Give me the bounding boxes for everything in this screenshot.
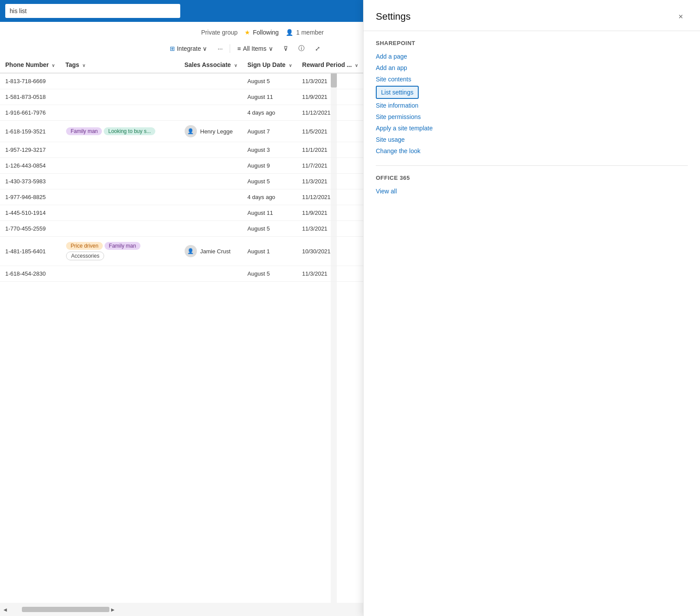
cell-signup-date: August 1 xyxy=(242,237,297,266)
horizontal-scrollbar-thumb[interactable] xyxy=(22,607,109,612)
cell-phone: 1-977-946-8825 xyxy=(0,189,60,205)
cell-phone: 1-581-873-0518 xyxy=(0,89,60,105)
cell-tags: Family manLooking to buy s... xyxy=(60,121,179,142)
cell-signup-date: 4 days ago xyxy=(242,105,297,121)
cell-signup-date: August 5 xyxy=(242,221,297,237)
cell-tags xyxy=(60,174,179,189)
col-sales-associate[interactable]: Sales Associate ∨ xyxy=(179,57,242,73)
search-input[interactable] xyxy=(5,4,180,18)
horizontal-scrollbar[interactable]: ◀ ▶ xyxy=(0,603,363,616)
table-row[interactable]: 1-977-946-88254 days ago11/12/2021 xyxy=(0,189,363,205)
person-icon: 👤 xyxy=(286,29,293,36)
cell-reward-period: 11/3/2021 xyxy=(297,174,363,189)
settings-panel: Settings × SharePoint Add a pageAdd an a… xyxy=(363,0,700,616)
more-options-button[interactable]: ··· xyxy=(214,43,226,54)
cell-tags xyxy=(60,142,179,158)
scroll-right-icon[interactable]: ▶ xyxy=(109,607,116,612)
cell-associate xyxy=(179,142,242,158)
table-row[interactable]: 1-618-454-2830August 511/3/2021 xyxy=(0,266,363,282)
cell-tags xyxy=(60,221,179,237)
cell-reward-period: 11/3/2021 xyxy=(297,221,363,237)
cell-signup-date: August 11 xyxy=(242,205,297,221)
cell-phone: 1-916-661-7976 xyxy=(0,105,60,121)
sort-icon-associate: ∨ xyxy=(234,63,237,68)
cell-associate xyxy=(179,266,242,282)
settings-link-add-a-page[interactable]: Add a page xyxy=(376,51,688,62)
cell-phone: 1-957-129-3217 xyxy=(0,142,60,158)
settings-link-site-contents[interactable]: Site contents xyxy=(376,74,688,85)
table-row[interactable]: 1-581-873-0518August 1111/9/2021 xyxy=(0,89,363,105)
sort-icon-signup: ∨ xyxy=(289,63,292,68)
settings-header: Settings × xyxy=(364,0,700,31)
table-row[interactable]: 1-481-185-6401Price drivenFamily manAcce… xyxy=(0,237,363,266)
data-table: Phone Number ∨ Tags ∨ Sales Associate ∨ … xyxy=(0,57,363,282)
cell-signup-date: August 3 xyxy=(242,142,297,158)
table-row[interactable]: 1-813-718-6669August 511/3/2021 xyxy=(0,73,363,89)
cell-tags: Price drivenFamily manAccessories xyxy=(60,237,179,266)
cell-signup-date: August 7 xyxy=(242,121,297,142)
cell-reward-period: 11/12/2021 xyxy=(297,105,363,121)
sort-icon-phone: ∨ xyxy=(52,63,55,68)
integrate-button[interactable]: ⊞ Integrate ∨ xyxy=(166,43,210,54)
cell-phone: 1-481-185-6401 xyxy=(0,237,60,266)
table-row[interactable]: 1-770-455-2559August 511/3/2021 xyxy=(0,221,363,237)
table-row[interactable]: 1-618-159-3521Family manLooking to buy s… xyxy=(0,121,363,142)
col-tags[interactable]: Tags ∨ xyxy=(60,57,179,73)
table-header-row: Phone Number ∨ Tags ∨ Sales Associate ∨ … xyxy=(0,57,363,73)
cell-tags xyxy=(60,266,179,282)
toolbar-separator xyxy=(230,44,230,53)
cell-reward-period: 10/30/2021 xyxy=(297,237,363,266)
cell-phone: 1-618-454-2830 xyxy=(0,266,60,282)
cell-associate xyxy=(179,189,242,205)
cell-phone: 1-445-510-1914 xyxy=(0,205,60,221)
table-row[interactable]: 1-430-373-5983August 511/3/2021 xyxy=(0,174,363,189)
cell-tags xyxy=(60,89,179,105)
settings-link-add-an-app[interactable]: Add an app xyxy=(376,62,688,74)
settings-link-view-all[interactable]: View all xyxy=(376,186,688,197)
all-items-button[interactable]: ≡ All Items ∨ xyxy=(234,43,276,54)
table-row[interactable]: 1-445-510-1914August 1111/9/2021 xyxy=(0,205,363,221)
cell-signup-date: August 11 xyxy=(242,89,297,105)
settings-link-list-settings[interactable]: List settings xyxy=(376,86,419,99)
cell-phone: 1-813-718-6669 xyxy=(0,73,60,89)
cell-associate xyxy=(179,105,242,121)
sharepoint-links: Add a pageAdd an appSite contentsList se… xyxy=(376,51,688,157)
table-row[interactable]: 1-957-129-3217August 311/1/2021 xyxy=(0,142,363,158)
view-list-icon: ≡ xyxy=(237,45,241,52)
close-icon: × xyxy=(679,12,683,21)
table-row[interactable]: 1-126-443-0854August 911/7/2021 xyxy=(0,158,363,174)
filter-icon: ⊽ xyxy=(284,45,288,52)
settings-link-site-information[interactable]: Site information xyxy=(376,100,688,111)
associate-name: Henry Legge xyxy=(200,128,233,135)
avatar: 👤 xyxy=(185,125,197,137)
settings-link-change-the-look[interactable]: Change the look xyxy=(376,145,688,157)
cell-reward-period: 11/3/2021 xyxy=(297,266,363,282)
table-row[interactable]: 1-916-661-79764 days ago11/12/2021 xyxy=(0,105,363,121)
settings-link-site-permissions[interactable]: Site permissions xyxy=(376,111,688,122)
col-reward-period[interactable]: Reward Period ... ∨ xyxy=(297,57,363,73)
cell-reward-period: 11/12/2021 xyxy=(297,189,363,205)
office365-section-title: Office 365 xyxy=(376,175,688,181)
associate-cell: 👤Henry Legge xyxy=(185,125,237,137)
settings-link-apply-site-template[interactable]: Apply a site template xyxy=(376,122,688,134)
settings-divider xyxy=(376,165,688,166)
scroll-left-icon[interactable]: ◀ xyxy=(2,607,9,612)
col-phone-number[interactable]: Phone Number ∨ xyxy=(0,57,60,73)
col-sign-up-date[interactable]: Sign Up Date ∨ xyxy=(242,57,297,73)
settings-link-site-usage[interactable]: Site usage xyxy=(376,134,688,145)
close-button[interactable]: × xyxy=(674,10,688,24)
filter-button[interactable]: ⊽ xyxy=(280,43,291,54)
info-button[interactable]: ⓘ xyxy=(295,43,308,54)
tag-purple: Family man xyxy=(105,242,140,250)
cell-associate: 👤Jamie Crust xyxy=(179,237,242,266)
cell-associate xyxy=(179,89,242,105)
following-label: ★ Following xyxy=(245,29,279,36)
fullscreen-button[interactable]: ⤢ xyxy=(312,43,324,54)
member-count: 👤 1 member xyxy=(286,29,324,36)
associate-name: Jamie Crust xyxy=(200,248,231,255)
cell-reward-period: 11/9/2021 xyxy=(297,89,363,105)
cell-associate: 👤Henry Legge xyxy=(179,121,242,142)
cell-signup-date: August 9 xyxy=(242,158,297,174)
tag-purple: Family man xyxy=(66,127,102,135)
table-body: 1-813-718-6669August 511/3/20211-581-873… xyxy=(0,73,363,282)
